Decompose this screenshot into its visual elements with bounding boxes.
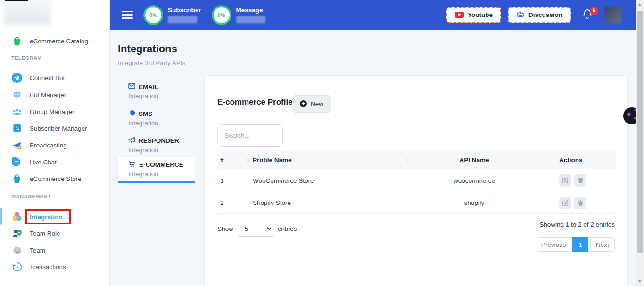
edit-button[interactable] bbox=[559, 197, 571, 209]
cell-api-name: woocommerce bbox=[413, 177, 536, 184]
hamburger-menu-icon[interactable] bbox=[122, 9, 133, 21]
sidebar-item-broadcasting[interactable]: Broadcasting bbox=[0, 137, 110, 154]
discussion-button-label: Discussion bbox=[528, 11, 562, 18]
sidebar-item-group-manager[interactable]: Group Manager bbox=[0, 103, 110, 120]
sidebar-item-label: Connect Bot bbox=[30, 74, 65, 82]
column-header-api-name[interactable]: API Name bbox=[413, 156, 536, 163]
subscriber-progress-ring: 0% bbox=[143, 5, 163, 25]
top-navigation-bar: 0% Subscriber 0% Message Youtube Discuss… bbox=[110, 0, 636, 30]
discussion-button[interactable]: Discussion bbox=[508, 7, 571, 23]
sidebar-item-subscriber-manager[interactable]: Subscriber Manager bbox=[0, 120, 110, 137]
table-row: 1 WooCommerce Store woocommerce bbox=[217, 169, 616, 192]
showing-entries-text: Showing 1 to 2 of 2 entries bbox=[539, 221, 615, 228]
tab-title: E-COMMERCE bbox=[139, 161, 183, 168]
new-button-label: New bbox=[311, 100, 323, 107]
column-header-profile-name[interactable]: Profile Name↑↓ bbox=[253, 156, 413, 163]
edit-button[interactable] bbox=[559, 174, 571, 187]
scroll-up-arrow-icon[interactable] bbox=[638, 3, 642, 6]
cell-num: 1 bbox=[217, 177, 253, 184]
cell-num: 2 bbox=[217, 199, 253, 206]
role-shield-icon bbox=[11, 228, 23, 239]
users-group-icon bbox=[11, 106, 23, 117]
sms-bubble-icon bbox=[128, 110, 135, 118]
page-size-control: Show 5 entries bbox=[217, 221, 297, 237]
sidebar-item-team[interactable]: Team bbox=[0, 242, 110, 259]
show-label: Show bbox=[217, 225, 233, 232]
sidebar-item-label: Integration bbox=[30, 213, 63, 221]
sidebar-item-label: Transactions bbox=[30, 263, 66, 270]
sidebar-section-telegram: TELEGRAM bbox=[11, 55, 42, 62]
robot-icon bbox=[11, 89, 23, 100]
phonebook-icon bbox=[11, 123, 23, 134]
user-avatar[interactable] bbox=[604, 6, 622, 24]
page-subtitle: Integrate 3rd Party APIs bbox=[118, 59, 185, 66]
tab-ecommerce-integration[interactable]: E-COMMERCE Integration bbox=[118, 157, 195, 183]
sidebar-item-connect-bot[interactable]: Connect Bot bbox=[0, 69, 110, 86]
youtube-button-label: Youtube bbox=[468, 11, 493, 18]
search-input[interactable] bbox=[217, 124, 283, 147]
sort-icon[interactable]: ↑↓ bbox=[610, 157, 612, 163]
history-clock-icon bbox=[11, 261, 23, 272]
sidebar-item-ecommerce-catalog[interactable]: eCommerce Catalog bbox=[0, 33, 110, 49]
youtube-button[interactable]: Youtube bbox=[446, 7, 501, 23]
delete-button[interactable] bbox=[574, 197, 586, 209]
column-header-actions: Actions↑↓ bbox=[536, 156, 616, 163]
tab-email-integration[interactable]: EMAIL Integration bbox=[118, 79, 195, 103]
cell-profile-name: WooCommerce Store bbox=[253, 177, 413, 184]
table-header-row: #↑↓ Profile Name↑↓ API Name Actions↑↓ bbox=[217, 150, 616, 169]
message-percent: 0% bbox=[218, 12, 225, 18]
sidebar-item-integration[interactable]: Integration bbox=[0, 208, 110, 225]
tab-sms-integration[interactable]: SMS Integration bbox=[118, 106, 195, 131]
envelope-icon bbox=[128, 83, 135, 90]
app-logo bbox=[4, 0, 51, 25]
message-stat: 0% Message bbox=[212, 5, 265, 25]
page-1-button[interactable]: 1 bbox=[572, 237, 588, 252]
message-progress-ring: 0% bbox=[212, 5, 231, 25]
tab-title: EMAIL bbox=[139, 83, 158, 90]
main-content: Integrations Integrate 3rd Party APIs EM… bbox=[110, 30, 636, 286]
previous-page-button[interactable]: Previous bbox=[537, 237, 570, 252]
scrollbar-thumb[interactable] bbox=[637, 11, 643, 253]
card-heading: E-commerce Profile bbox=[217, 98, 293, 107]
profiles-table: #↑↓ Profile Name↑↓ API Name Actions↑↓ 1 … bbox=[217, 150, 616, 214]
sidebar-item-ecommerce-store[interactable]: eCommerce Store bbox=[0, 170, 110, 187]
team-gear-icon bbox=[11, 245, 23, 256]
page-title: Integrations bbox=[118, 43, 177, 55]
subscriber-value-redacted bbox=[168, 16, 197, 23]
sort-icon[interactable]: ↑↓ bbox=[246, 157, 249, 163]
tab-subtitle: Integration bbox=[128, 120, 195, 127]
telegram-plane-icon bbox=[11, 72, 23, 83]
active-indicator bbox=[0, 208, 2, 225]
notification-count-badge: 6 bbox=[590, 7, 598, 15]
tab-subtitle: Integration bbox=[128, 171, 195, 178]
sidebar-item-team-role[interactable]: Team Role bbox=[0, 225, 110, 242]
sparkle-icon: ✦ bbox=[626, 110, 632, 120]
message-label: Message bbox=[236, 7, 265, 14]
sort-icon[interactable]: ↑↓ bbox=[406, 157, 409, 163]
sidebar: eCommerce Catalog TELEGRAM Connect Bot B… bbox=[0, 0, 110, 286]
sidebar-section-management: MANAGEMENT bbox=[11, 194, 51, 200]
subscriber-percent: 0% bbox=[149, 12, 157, 18]
next-page-button[interactable]: Next bbox=[590, 237, 615, 252]
pagination: Previous 1 Next bbox=[537, 237, 615, 252]
notification-bell-icon[interactable]: 6 bbox=[582, 8, 593, 22]
sidebar-item-live-chat[interactable]: Live Chat bbox=[0, 154, 110, 171]
chat-bubble-icon bbox=[11, 156, 23, 168]
scrollbar[interactable] bbox=[636, 0, 644, 286]
scroll-down-arrow-icon[interactable] bbox=[638, 280, 642, 283]
subscriber-label: Subscriber bbox=[168, 7, 201, 14]
tab-responder-integration[interactable]: RESPONDER Integration bbox=[118, 133, 195, 157]
delete-button[interactable] bbox=[574, 174, 586, 187]
sidebar-item-label: Bot Manager bbox=[30, 91, 66, 98]
tab-title: RESPONDER bbox=[139, 137, 179, 144]
tab-title: SMS bbox=[139, 110, 152, 117]
sidebar-item-transactions[interactable]: Transactions bbox=[0, 258, 110, 275]
sidebar-item-label: eCommerce Catalog bbox=[30, 38, 88, 45]
sidebar-item-label: Subscriber Manager bbox=[30, 125, 87, 132]
column-header-num[interactable]: #↑↓ bbox=[217, 156, 253, 163]
sidebar-item-label: Team bbox=[30, 247, 45, 254]
new-profile-button[interactable]: + New bbox=[292, 95, 331, 113]
page-size-select[interactable]: 5 bbox=[238, 221, 273, 237]
paper-plane-icon bbox=[128, 137, 135, 145]
sidebar-item-bot-manager[interactable]: Bot Manager bbox=[0, 86, 110, 103]
